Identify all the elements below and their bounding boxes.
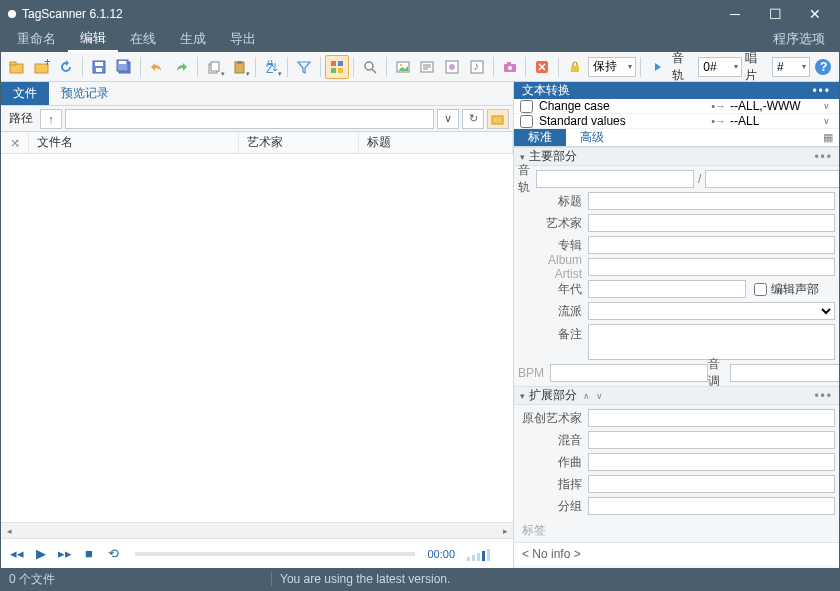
paste-button[interactable] [227,55,251,79]
path-browse-button[interactable] [487,109,509,129]
ext-section-header[interactable]: ▾ 扩展部分 ∧ ∨ ••• [514,386,839,405]
genre-select[interactable] [588,302,835,320]
artist-input[interactable] [588,214,835,232]
edit-choir-checkbox[interactable]: 编辑声部 [754,281,819,298]
tab-standard[interactable]: 标准 [514,129,566,146]
track-total-input[interactable] [705,170,839,188]
menu-generate[interactable]: 生成 [168,26,218,52]
find-button[interactable] [358,55,382,79]
bpm-input[interactable] [550,364,708,382]
open-folder-button[interactable] [5,55,29,79]
shuffle-icon[interactable]: ⤨ [1,132,29,153]
svg-rect-6 [96,68,102,72]
add-folder-button[interactable]: + [30,55,54,79]
chevron-up-icon[interactable]: ∧ [583,391,590,401]
key-input[interactable] [730,364,839,382]
tag-label: 标签 [514,519,839,542]
section-menu-icon[interactable]: ••• [814,389,833,403]
left-panel: 文件 预览记录 路径 ↑ ∨ ↻ ⤨ 文件名 艺术家 标题 ◂ ▸ ◂◂ ▶ ▸… [1,82,514,568]
menu-rename[interactable]: 重命名 [5,26,68,52]
player-play-button[interactable]: ▶ [31,544,51,564]
col-title[interactable]: 标题 [359,132,513,153]
remove-button[interactable] [530,55,554,79]
conv-check-change-case[interactable] [520,100,533,113]
player-slider[interactable] [135,552,415,556]
picture-button[interactable] [391,55,415,79]
copy-button[interactable] [202,55,226,79]
help-button[interactable]: ? [811,55,835,79]
section-menu-icon[interactable]: ••• [814,150,833,164]
close-button[interactable]: ✕ [795,1,835,26]
remix-input[interactable] [588,431,835,449]
status-bar: 0 个文件 You are using the latest version. [1,568,839,590]
lyrics-button[interactable]: ♪ [465,55,489,79]
tab-files[interactable]: 文件 [1,82,49,105]
tab-advanced[interactable]: 高级 [566,129,618,146]
svg-text:♪: ♪ [473,59,479,73]
path-dropdown-button[interactable]: ∨ [437,109,459,129]
menu-online[interactable]: 在线 [118,26,168,52]
filter-button[interactable] [292,55,316,79]
conv-row-standard[interactable]: Standard values •→ --ALL ∨ [514,114,839,129]
tab-preview[interactable]: 预览记录 [49,82,121,105]
menu-export[interactable]: 导出 [218,26,268,52]
titlebar: TagScanner 6.1.12 ─ ☐ ✕ [1,1,839,26]
tab-grid-icon[interactable]: ▦ [817,129,839,146]
conv-check-standard[interactable] [520,115,533,128]
disc-select[interactable]: # [772,57,810,77]
refresh-button[interactable] [55,55,79,79]
save-all-button[interactable] [112,55,136,79]
orig-artist-input[interactable] [588,409,835,427]
text-conversion-menu-icon[interactable]: ••• [812,84,831,98]
path-label: 路径 [5,110,37,127]
path-input[interactable] [65,109,434,129]
path-up-button[interactable]: ↑ [40,109,62,129]
select-all-button[interactable] [325,55,349,79]
player-next-button[interactable]: ▸▸ [55,544,75,564]
title-input[interactable] [588,192,835,210]
col-filename[interactable]: 文件名 [29,132,239,153]
group-input[interactable] [588,497,835,515]
chevron-down-icon[interactable]: ∨ [596,391,603,401]
h-scrollbar[interactable]: ◂ ▸ [1,522,513,538]
cover-button[interactable] [440,55,464,79]
chevron-down-icon[interactable]: ∨ [820,101,833,111]
conductor-input[interactable] [588,475,835,493]
player-prev-button[interactable]: ◂◂ [7,544,27,564]
redo-button[interactable] [169,55,193,79]
chevron-down-icon[interactable]: ∨ [820,116,833,126]
menu-edit[interactable]: 编辑 [68,26,118,52]
arrow-icon: •→ [711,115,726,127]
keep-select[interactable]: 保持 [588,57,636,77]
composer-input[interactable] [588,453,835,471]
player-stop-button[interactable]: ■ [79,544,99,564]
main-section-header[interactable]: ▾ 主要部分 ••• [514,147,839,166]
track-select[interactable]: 0# [698,57,742,77]
conv-row-change-case[interactable]: Change case •→ --ALL,-WWW ∨ [514,99,839,114]
track-num-input[interactable] [536,170,694,188]
lock-button[interactable] [563,55,587,79]
maximize-button[interactable]: ☐ [755,1,795,26]
year-input[interactable] [588,280,746,298]
album-input[interactable] [588,236,835,254]
next-button[interactable] [645,55,669,79]
scroll-left-icon[interactable]: ◂ [1,524,17,538]
camera-button[interactable] [498,55,522,79]
svg-text:+: + [44,59,50,69]
album-artist-input[interactable] [588,258,835,276]
app-title: TagScanner 6.1.12 [22,7,715,21]
sort-button[interactable]: AZ [260,55,284,79]
chevron-down-icon: ▾ [520,391,525,401]
minimize-button[interactable]: ─ [715,1,755,26]
save-button[interactable] [87,55,111,79]
player-repeat-button[interactable]: ⟲ [103,544,123,564]
tag-view-button[interactable] [415,55,439,79]
player-volume[interactable] [467,547,507,561]
svg-rect-33 [507,62,511,65]
path-reload-button[interactable]: ↻ [462,109,484,129]
menu-preferences[interactable]: 程序选项 [763,26,835,52]
undo-button[interactable] [145,55,169,79]
col-artist[interactable]: 艺术家 [239,132,359,153]
comment-input[interactable] [588,324,835,360]
scroll-right-icon[interactable]: ▸ [497,524,513,538]
